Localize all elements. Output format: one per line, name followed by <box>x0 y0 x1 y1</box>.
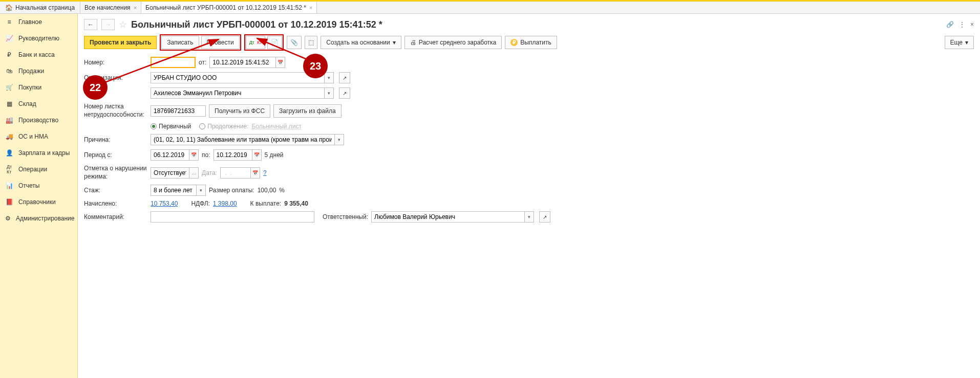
dtkt-icon: ДтКт <box>5 165 13 173</box>
favorite-icon[interactable]: ☆ <box>119 19 127 30</box>
accrued-link[interactable]: 10 753,40 <box>151 200 178 207</box>
link-icon[interactable]: 🔗 <box>946 21 954 28</box>
violation-date-input[interactable] <box>220 167 251 179</box>
annotation-redbox-23: ДтКт 📄 <box>244 34 284 51</box>
ellipsis-icon[interactable]: … <box>189 167 199 179</box>
open-ref-button[interactable]: ↗ <box>339 87 350 99</box>
attach-button[interactable]: 📎 <box>287 36 302 49</box>
radio-continuation[interactable]: Продолжение: <box>199 123 248 130</box>
truck-icon: 🚚 <box>5 132 13 141</box>
radio-primary[interactable]: Первичный <box>151 123 191 130</box>
period-to-input[interactable] <box>214 149 252 161</box>
sidebar-item-production[interactable]: 🏭Производство <box>0 112 77 128</box>
open-ref-button[interactable]: ↗ <box>539 211 550 223</box>
post-button[interactable]: Провести <box>201 36 240 49</box>
sidebar-item-label: Покупки <box>18 84 41 91</box>
calendar-icon[interactable]: 📅 <box>251 167 260 179</box>
nav-forward-button[interactable]: → <box>101 19 115 30</box>
sidebar-item-label: Справочники <box>18 198 56 206</box>
more-button[interactable]: Еще ▾ <box>945 36 974 49</box>
chevron-down-icon[interactable]: ▾ <box>325 87 334 99</box>
responsible-input[interactable] <box>371 211 525 223</box>
sidebar-item-label: Операции <box>18 166 47 173</box>
chevron-down-icon[interactable]: ▾ <box>325 72 334 83</box>
comment-input[interactable] <box>151 211 314 223</box>
sidebar-item-payroll[interactable]: 👤Зарплата и кадры <box>0 145 77 161</box>
sidebar-item-purchases[interactable]: 🛒Покупки <box>0 79 77 96</box>
close-icon[interactable]: × <box>134 5 137 11</box>
tab-home-label: Начальная страница <box>15 4 75 11</box>
post-close-button[interactable]: Провести и закрыть <box>84 36 157 49</box>
sidebar-item-bank[interactable]: ₽Банк и касса <box>0 47 77 63</box>
topay-value: 9 355,40 <box>284 200 308 207</box>
save-button[interactable]: Записать <box>161 36 199 49</box>
sidebar-item-main[interactable]: ≡Главное <box>0 14 77 30</box>
close-page-icon[interactable]: × <box>970 21 974 28</box>
annotation-redbox-22: Записать Провести <box>160 34 241 51</box>
sidebar-item-manager[interactable]: 📈Руководителю <box>0 30 77 47</box>
ln-input[interactable] <box>151 105 206 117</box>
report-button[interactable]: 📄 <box>267 36 282 49</box>
calendar-icon[interactable]: 📅 <box>276 57 285 68</box>
sidebar-item-label: Администрирование <box>16 215 74 222</box>
sidebar-item-admin[interactable]: ⚙Администрирование <box>0 210 77 227</box>
pay-rate-label: Размер оплаты: <box>209 187 254 194</box>
pay-button[interactable]: ₽ Выплатить <box>505 36 557 49</box>
sidebar-item-assets[interactable]: 🚚ОС и НМА <box>0 128 77 145</box>
open-ref-button[interactable]: ↗ <box>339 72 350 83</box>
sidebar-item-operations[interactable]: ДтКтОперации <box>0 161 77 177</box>
chevron-down-icon[interactable]: ▾ <box>335 134 344 145</box>
violation-select[interactable] <box>151 167 189 179</box>
employee-input[interactable] <box>151 87 325 99</box>
org-input[interactable] <box>151 72 325 83</box>
tab-all-accruals[interactable]: Все начисления × <box>80 2 141 13</box>
annotation-23: 23 <box>303 54 328 78</box>
more-menu-icon[interactable]: ⋮ <box>959 21 965 28</box>
calendar-icon[interactable]: 📅 <box>189 149 199 161</box>
exp-select[interactable] <box>151 185 197 196</box>
create-based-button[interactable]: Создать на основании ▾ <box>321 36 401 49</box>
dtkt-button[interactable]: ДтКт <box>246 36 266 49</box>
ln-label: Номер листка нетрудоспособности: <box>84 103 151 119</box>
ndfl-label: НДФЛ: <box>191 200 209 207</box>
chart-icon: 📈 <box>5 34 13 42</box>
reason-label: Причина: <box>84 136 151 143</box>
calendar-icon[interactable]: 📅 <box>252 149 262 161</box>
period-from-input[interactable] <box>151 149 189 161</box>
radio-icon <box>199 123 205 129</box>
exp-label: Стаж: <box>84 187 151 194</box>
sidebar-item-label: Главное <box>18 18 42 26</box>
boxes-icon: ▦ <box>5 100 13 108</box>
sidebar-item-reports[interactable]: 📊Отчеты <box>0 177 77 194</box>
chevron-down-icon[interactable]: ▾ <box>525 211 534 223</box>
help-link[interactable]: ? <box>263 169 267 176</box>
chevron-down-icon[interactable]: ▾ <box>197 185 206 196</box>
sidebar-item-catalogs[interactable]: 📕Справочники <box>0 194 77 210</box>
tab-home[interactable]: 🏠 Начальная страница <box>0 2 80 13</box>
sidebar-item-label: Банк и касса <box>18 51 55 58</box>
get-fss-button[interactable]: Получить из ФСС <box>209 104 270 118</box>
nav-back-button[interactable]: ← <box>84 19 97 30</box>
sidebar-item-warehouse[interactable]: ▦Склад <box>0 96 77 112</box>
annotation-22: 22 <box>83 75 108 100</box>
gear-icon: ⚙ <box>5 214 11 223</box>
factory-icon: 🏭 <box>5 116 13 124</box>
calc-avg-button[interactable]: 🖨 Расчет среднего заработка <box>404 36 502 49</box>
sidebar: ≡Главное 📈Руководителю ₽Банк и касса 🛍Пр… <box>0 14 78 378</box>
number-input[interactable] <box>151 57 196 68</box>
load-file-button[interactable]: Загрузить из файла <box>273 104 342 118</box>
structure-button[interactable]: ⬚ <box>305 36 317 49</box>
period-label: Период с: <box>84 151 151 159</box>
continuation-link[interactable]: Больничный лист <box>251 123 302 130</box>
reason-select[interactable] <box>151 134 335 145</box>
pay-rate-value: 100,00 <box>258 187 276 194</box>
bars-icon: 📊 <box>5 182 13 190</box>
number-label: Номер: <box>84 59 151 66</box>
date-input[interactable] <box>209 57 276 68</box>
sidebar-item-sales[interactable]: 🛍Продажи <box>0 63 77 79</box>
violation-label: Отметка о нарушении режима: <box>84 165 151 181</box>
close-icon[interactable]: × <box>309 5 312 11</box>
tab-sick-leave[interactable]: Больничный лист УРБП-000001 от 10.12.201… <box>141 2 317 13</box>
ndfl-link[interactable]: 1 398,00 <box>213 200 237 207</box>
bag-icon: 🛍 <box>5 67 13 75</box>
